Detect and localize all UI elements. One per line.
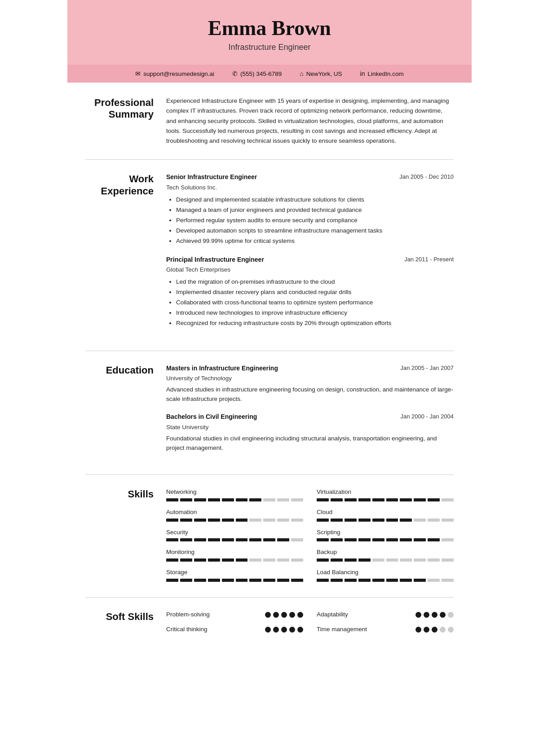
skill-segment: [194, 579, 206, 582]
soft-skill-dot: [415, 612, 421, 618]
skill-segment: [331, 538, 343, 541]
divider-2: [85, 351, 454, 351]
skill-segment: [194, 538, 206, 541]
skill-segment: [331, 498, 343, 501]
edu-school-1: University of Technology: [166, 374, 454, 383]
skill-segment: [442, 498, 454, 501]
contact-location: ⌂ NewYork, US: [300, 70, 342, 77]
skill-segment: [372, 498, 384, 501]
soft-skill-dot: [440, 612, 446, 618]
phone-icon: ✆: [232, 70, 238, 77]
skill-segment: [372, 558, 384, 562]
skill-segment: [277, 558, 289, 562]
skill-segment: [208, 558, 220, 562]
job-title-2: Principal Infrastructure Engineer: [166, 255, 264, 265]
skill-segment: [236, 538, 248, 541]
list-item: Implemented disaster recovery plans and …: [176, 288, 454, 297]
soft-skill-name: Adaptability: [317, 610, 348, 620]
contact-email: ✉ support@resumedesign.ai: [135, 70, 214, 77]
linkedin-icon: in: [360, 70, 365, 77]
skill-item: Monitoring: [166, 548, 303, 562]
soft-skill-dots: [265, 627, 303, 633]
skill-segment: [180, 558, 192, 562]
skill-name: Backup: [317, 548, 454, 557]
soft-skill-dot: [297, 627, 303, 633]
soft-skills-content: Problem-solvingAdaptabilityCritical thin…: [166, 610, 454, 634]
skill-name: Monitoring: [166, 548, 303, 557]
soft-skill-dot: [289, 627, 295, 633]
soft-skill-dot: [289, 612, 295, 618]
list-item: Collaborated with cross-functional teams…: [176, 298, 454, 308]
main-content: Professional Summary Experienced Infrast…: [67, 83, 472, 666]
skill-segment: [291, 558, 303, 562]
soft-skills-label: Soft Skills: [85, 610, 166, 634]
skill-segment: [345, 538, 357, 541]
skill-item: Networking: [166, 488, 303, 501]
skill-segment: [400, 538, 412, 541]
skill-segment: [414, 538, 426, 541]
soft-skill-dot: [297, 612, 303, 618]
skill-item: Storage: [166, 568, 303, 582]
skill-segment: [442, 519, 454, 522]
soft-skill-dots: [415, 627, 454, 633]
skill-segment: [222, 538, 234, 541]
soft-skill-dot: [424, 612, 429, 618]
skill-segment: [263, 498, 275, 501]
skill-bar: [317, 579, 454, 582]
skill-segment: [166, 519, 178, 522]
soft-skill-item: Problem-solving: [166, 610, 303, 620]
skills-grid: NetworkingVirtualizationAutomationCloudS…: [166, 488, 454, 584]
skill-segment: [291, 579, 303, 582]
skills-label: Skills: [85, 488, 166, 584]
soft-skill-dot: [273, 612, 279, 618]
job-company-2: Global Tech Enterprises: [166, 265, 454, 275]
skill-segment: [208, 519, 220, 522]
summary-content: Experienced Infrastructure Engineer with…: [166, 96, 454, 146]
edu-dates-2: Jan 2000 - Jan 2004: [400, 412, 454, 421]
edu-dates-1: Jan 2005 - Jan 2007: [400, 364, 454, 373]
skill-segment: [208, 538, 220, 541]
list-item: Recognized for reducing infrastructure c…: [176, 319, 454, 328]
soft-skill-item: Adaptability: [317, 610, 454, 620]
skill-item: Automation: [166, 508, 303, 522]
divider-4: [85, 597, 454, 598]
work-experience-content: Senior Infrastructure Engineer Jan 2005 …: [166, 172, 454, 337]
soft-skill-item: Time management: [317, 625, 454, 634]
skill-segment: [331, 558, 343, 562]
soft-skill-dots: [265, 612, 303, 618]
skill-segment: [331, 579, 343, 582]
skill-segment: [442, 579, 454, 582]
soft-skill-dot: [415, 627, 421, 633]
skill-segment: [277, 579, 289, 582]
skill-segment: [442, 558, 454, 562]
job-header-2: Principal Infrastructure Engineer Jan 20…: [166, 255, 454, 265]
job-title-1: Senior Infrastructure Engineer: [166, 172, 257, 182]
skill-segment: [166, 558, 178, 562]
skill-segment: [291, 498, 303, 501]
skill-segment: [236, 579, 248, 582]
skill-segment: [208, 498, 220, 501]
soft-skill-dot: [432, 612, 437, 618]
skill-bar: [166, 579, 303, 582]
soft-skill-dot: [281, 612, 287, 618]
skill-segment: [317, 498, 329, 501]
skill-name: Load Balancing: [317, 568, 454, 577]
edu-header-1: Masters in Infrastructure Engineering Ja…: [166, 364, 454, 374]
skill-segment: [400, 579, 412, 582]
skill-segment: [194, 519, 206, 522]
skill-segment: [428, 538, 440, 541]
skill-item: Scripting: [317, 528, 454, 542]
skill-segment: [400, 498, 412, 501]
list-item: Performed regular system audits to ensur…: [176, 216, 454, 225]
job-dates-2: Jan 2011 - Present: [404, 255, 454, 264]
skill-segment: [236, 498, 248, 501]
skill-segment: [358, 498, 371, 501]
skill-segment: [428, 498, 440, 501]
job-header-1: Senior Infrastructure Engineer Jan 2005 …: [166, 172, 454, 182]
skill-segment: [249, 579, 261, 582]
skill-segment: [345, 558, 357, 562]
skill-segment: [180, 579, 192, 582]
skill-segment: [291, 519, 303, 522]
summary-label: Professional Summary: [85, 96, 166, 146]
edu-school-2: State University: [166, 423, 454, 432]
